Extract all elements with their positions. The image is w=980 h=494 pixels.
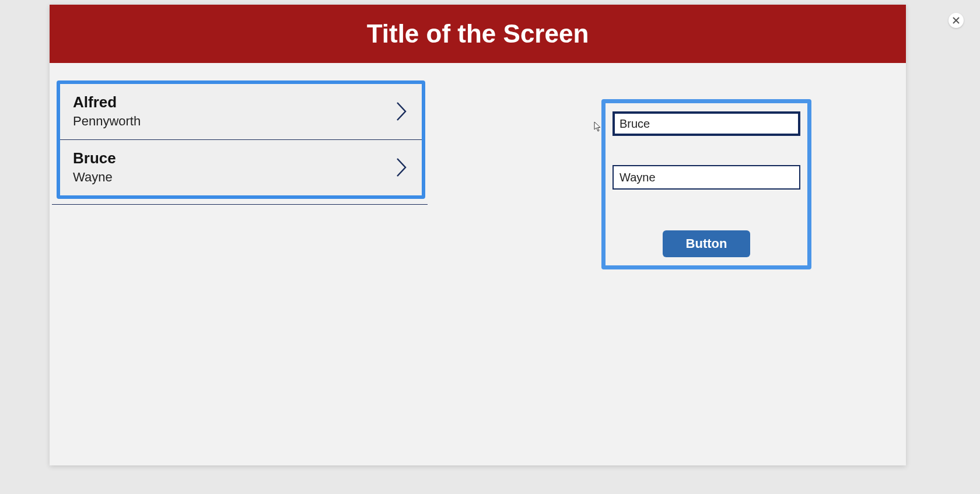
list-divider bbox=[52, 204, 428, 205]
list-item-text: Bruce Wayne bbox=[73, 149, 116, 185]
chevron-right-icon bbox=[395, 156, 409, 178]
screen-content: Alfred Pennyworth Bruce Wayne bbox=[50, 63, 906, 80]
first-name-value: Bruce bbox=[620, 117, 650, 131]
screen-title: Title of the Screen bbox=[367, 19, 589, 48]
list-item-secondary: Wayne bbox=[73, 170, 116, 185]
submit-button[interactable]: Button bbox=[663, 230, 751, 257]
chevron-right-icon bbox=[395, 100, 409, 122]
list-item-primary: Alfred bbox=[73, 93, 141, 111]
close-button[interactable] bbox=[949, 13, 964, 28]
first-name-input[interactable]: Bruce bbox=[612, 111, 800, 136]
list-item[interactable]: Bruce Wayne bbox=[60, 140, 422, 195]
person-list: Alfred Pennyworth Bruce Wayne bbox=[57, 80, 425, 199]
list-item-primary: Bruce bbox=[73, 149, 116, 167]
list-item-secondary: Pennyworth bbox=[73, 114, 141, 129]
screen-header: Title of the Screen bbox=[50, 5, 906, 63]
last-name-input[interactable]: Wayne bbox=[612, 165, 800, 190]
last-name-value: Wayne bbox=[620, 171, 656, 184]
edit-form: Bruce Wayne Button bbox=[601, 99, 811, 269]
list-item[interactable]: Alfred Pennyworth bbox=[60, 84, 422, 140]
list-item-text: Alfred Pennyworth bbox=[73, 93, 141, 129]
screen-container: Title of the Screen Alfred Pennyworth Br… bbox=[50, 5, 906, 465]
close-icon bbox=[953, 17, 960, 24]
